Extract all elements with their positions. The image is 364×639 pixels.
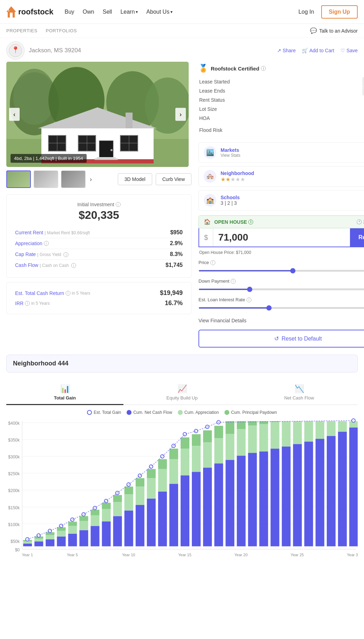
thumbnail-next-icon[interactable]: › bbox=[88, 174, 93, 184]
svg-rect-74 bbox=[90, 516, 99, 526]
neighborhood-card[interactable]: 🏘️ Neighborhood ★★★★★ bbox=[198, 166, 364, 187]
property-tag: 4bd, 2ba | 1,442sqft | Built in 1954 bbox=[11, 154, 87, 163]
svg-rect-126 bbox=[237, 421, 245, 429]
tab-total-gain[interactable]: 📊 Total Gain bbox=[6, 379, 123, 405]
flood-risk-label: Flood Risk bbox=[198, 123, 362, 137]
info-icon[interactable]: i bbox=[210, 260, 215, 265]
irr-label: IRR i in 5 Years bbox=[15, 301, 50, 306]
review-bid-button[interactable]: Review Bid bbox=[350, 228, 364, 247]
info-icon[interactable]: i bbox=[25, 301, 30, 306]
loan-rate-slider[interactable] bbox=[198, 307, 364, 309]
svg-rect-89 bbox=[136, 505, 144, 546]
nav-about[interactable]: About Us ▾ bbox=[146, 9, 173, 15]
thumbnail-2[interactable] bbox=[34, 170, 58, 188]
nav-own[interactable]: Own bbox=[83, 9, 94, 15]
svg-rect-94 bbox=[147, 478, 156, 498]
login-link[interactable]: Log In bbox=[298, 9, 314, 15]
add-to-cart-button[interactable]: 🛒 Add to Cart bbox=[302, 48, 334, 53]
thumbnail-3[interactable] bbox=[61, 170, 86, 188]
certified-row: 🏅 Roofstock Certified i More details bbox=[198, 62, 364, 75]
down-payment-slider-row: Down Payment i 25% bbox=[198, 278, 364, 284]
advisor-button[interactable]: 💬 Talk to an Advisor bbox=[310, 27, 358, 34]
svg-text:$200k: $200k bbox=[8, 488, 20, 493]
signup-button[interactable]: Sign Up bbox=[321, 5, 358, 19]
down-payment-slider[interactable] bbox=[198, 289, 364, 290]
svg-rect-82 bbox=[113, 502, 122, 516]
svg-rect-107 bbox=[181, 437, 189, 449]
info-icon[interactable]: i bbox=[247, 297, 251, 302]
flood-risk-value: Not Required i bbox=[362, 123, 364, 137]
svg-rect-140 bbox=[304, 442, 313, 546]
info-icon[interactable]: i bbox=[44, 241, 49, 246]
logo[interactable]: 1 roofstock bbox=[6, 6, 53, 18]
curb-view-button[interactable]: Curb View bbox=[156, 173, 191, 185]
bid-input[interactable] bbox=[213, 228, 350, 247]
thumbnail-1[interactable] bbox=[6, 170, 31, 188]
rent-status-label: Rent Status bbox=[198, 95, 362, 105]
left-column: ‹ › 4bd, 2ba | 1,442sqft | Built in 1954… bbox=[6, 62, 191, 348]
lease-started-value: ▓▓▓▓▓ bbox=[362, 77, 364, 86]
svg-rect-62 bbox=[57, 531, 66, 537]
svg-rect-49 bbox=[23, 544, 32, 546]
info-icon[interactable]: i bbox=[116, 202, 121, 207]
3d-model-button[interactable]: 3D Model bbox=[118, 173, 152, 185]
tab-equity-buildup[interactable]: 📈 Equity Build Up bbox=[123, 379, 241, 404]
svg-rect-110 bbox=[192, 446, 201, 472]
price-slider-section: Price i $71,000 bbox=[198, 258, 364, 277]
lot-size-value: 16,357 bbox=[362, 105, 364, 114]
lot-size-label: Lot Size bbox=[198, 105, 362, 114]
share-button[interactable]: ↗ Share bbox=[277, 48, 296, 53]
down-payment-slider-section: Down Payment i 25% bbox=[198, 277, 364, 296]
info-icon[interactable]: i bbox=[261, 66, 266, 71]
schools-content: Schools 3 | 2 | 3 bbox=[221, 195, 240, 206]
svg-rect-143 bbox=[316, 421, 324, 439]
svg-rect-114 bbox=[203, 442, 212, 468]
nav-buy[interactable]: Buy bbox=[65, 9, 74, 15]
lease-ends-label: Lease Ends bbox=[198, 86, 362, 95]
svg-point-11 bbox=[145, 78, 189, 134]
info-icon[interactable]: i bbox=[66, 291, 70, 296]
prev-image-button[interactable]: ‹ bbox=[9, 108, 20, 121]
markets-sub: View Stats bbox=[221, 153, 240, 158]
svg-text:$300k: $300k bbox=[8, 455, 20, 459]
save-button[interactable]: ♡ Save bbox=[341, 48, 358, 53]
cashflow-label: Cash Flow | Cash on Cash i bbox=[15, 262, 76, 268]
breadcrumb-properties[interactable]: PROPERTIES bbox=[6, 28, 38, 33]
breadcrumb-portfolios[interactable]: PORTFOLIOS bbox=[46, 28, 77, 33]
info-icon[interactable]: i bbox=[231, 279, 236, 284]
flood-risk-row: Flood Risk Not Required i bbox=[198, 123, 364, 137]
svg-point-56 bbox=[37, 534, 40, 537]
svg-rect-54 bbox=[34, 539, 43, 542]
svg-rect-118 bbox=[214, 438, 223, 463]
nav-learn[interactable]: Learn ▾ bbox=[120, 9, 138, 15]
schools-icon: 🏫 bbox=[204, 194, 216, 207]
schools-score: 3 | 2 | 3 bbox=[221, 200, 240, 206]
schools-title: Schools bbox=[221, 195, 240, 200]
hoa-label: HOA bbox=[198, 114, 362, 123]
svg-rect-102 bbox=[169, 459, 178, 484]
advisor-label: Talk to an Advisor bbox=[319, 28, 358, 34]
info-icon[interactable]: i bbox=[63, 252, 68, 257]
svg-rect-123 bbox=[225, 421, 234, 434]
info-icon[interactable]: i bbox=[71, 263, 76, 268]
tab-net-cash-flow[interactable]: 📉 Net Cash Flow bbox=[241, 379, 358, 404]
chart-tabs: 📊 Total Gain 📈 Equity Build Up 📉 Net Cas… bbox=[6, 379, 358, 405]
info-icon[interactable]: i bbox=[248, 220, 253, 224]
schools-card[interactable]: 🏫 Schools 3 | 2 | 3 bbox=[198, 190, 364, 210]
svg-rect-130 bbox=[259, 451, 268, 546]
svg-rect-111 bbox=[192, 434, 201, 446]
next-image-button[interactable]: › bbox=[175, 108, 186, 121]
markets-card[interactable]: 🏙️ Markets View Stats bbox=[198, 142, 364, 163]
svg-rect-103 bbox=[169, 449, 178, 459]
svg-rect-128 bbox=[248, 425, 257, 453]
returns-row-irr: IRR i in 5 Years 16.7% bbox=[15, 298, 183, 308]
price-slider[interactable] bbox=[198, 270, 364, 271]
svg-rect-97 bbox=[158, 491, 167, 546]
nav-sell[interactable]: Sell bbox=[103, 9, 112, 15]
reset-button[interactable]: ↺ Reset to Default bbox=[198, 330, 364, 348]
view-financial-row: View Financial Details bbox=[198, 314, 364, 327]
svg-rect-121 bbox=[225, 460, 234, 546]
neighborhood-content: Neighborhood ★★★★★ bbox=[221, 170, 254, 183]
svg-rect-139 bbox=[293, 421, 302, 444]
detail-cards: 🏙️ Markets View Stats 🏘️ Neighborhood ★★… bbox=[198, 142, 364, 210]
